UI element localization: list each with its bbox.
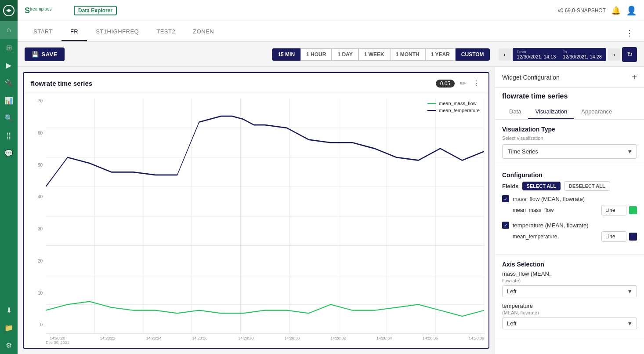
config-tab-visualization[interactable]: Visualization xyxy=(528,105,574,119)
field-temperature-checkbox-row: temperature (MEAN, flowrate) xyxy=(502,222,637,229)
tab-st1highfreq[interactable]: ST1HIGHFREQ xyxy=(87,23,148,41)
date-from-value: 12/30/2021, 14:13 xyxy=(517,54,556,59)
field-mass-flow-type-select[interactable]: Line Bar Scatter xyxy=(601,205,626,215)
sidebar-item-folder[interactable]: 📁 xyxy=(0,319,18,336)
field-temperature-color-dot[interactable] xyxy=(629,233,637,241)
panel-add-button[interactable]: + xyxy=(632,72,637,82)
x-label-1: 14:28:22 xyxy=(100,336,115,345)
axis-temperature-select[interactable]: Left Right xyxy=(502,318,637,329)
axis-mass-flow-select[interactable]: Left Right xyxy=(502,285,637,297)
date-prev-button[interactable]: ‹ xyxy=(499,48,511,61)
time-btn-15min[interactable]: 15 MIN xyxy=(272,48,300,61)
svg-text:S: S xyxy=(25,6,30,15)
user-icon[interactable]: 👤 xyxy=(626,5,637,16)
version-text: v0.69.0-SNAPSHOT xyxy=(558,7,606,14)
tab-zonen[interactable]: ZONEN xyxy=(184,23,223,41)
legend-line-navy xyxy=(427,110,436,111)
chart-actions: 0.05 ✏ ⋮ xyxy=(436,77,481,89)
date-to-value: 12/30/2021, 14:28 xyxy=(563,54,602,59)
x-label-5: 14:28:30 xyxy=(284,336,300,345)
axis-section-title: Axis Selection xyxy=(502,261,637,268)
save-icon: 💾 xyxy=(32,51,39,58)
field-temperature-label: temperature (MEAN, flowrate) xyxy=(513,222,589,229)
sidebar-item-chart[interactable]: 📊 xyxy=(0,91,18,109)
notification-icon[interactable]: 🔔 xyxy=(611,6,621,15)
viz-type-subtitle: Select visualization xyxy=(502,135,637,141)
field-temperature-checkbox[interactable] xyxy=(502,222,509,229)
time-btn-1hour[interactable]: 1 HOUR xyxy=(300,48,332,61)
x-label-7: 14:28:34 xyxy=(376,336,392,345)
time-range-buttons: 15 MIN 1 HOUR 1 DAY 1 WEEK 1 MONTH 1 YEA… xyxy=(272,48,489,61)
tabs-more-button[interactable]: ⋮ xyxy=(622,25,637,41)
opacity-badge: 0.05 xyxy=(436,80,455,88)
sidebar-item-grid[interactable]: ⊞ xyxy=(0,39,18,56)
field-mass-flow-checkbox[interactable] xyxy=(502,195,509,202)
sidebar-item-plugin[interactable]: 🔌 xyxy=(0,74,18,91)
tab-fr[interactable]: FR xyxy=(62,23,87,41)
time-btn-1year[interactable]: 1 YEAR xyxy=(425,48,456,61)
config-tab-data[interactable]: Data xyxy=(502,105,528,119)
chart-body: 70 60 50 40 30 20 10 0 mean_mass_flow xyxy=(24,94,488,347)
x-label-2: 14:28:24 xyxy=(146,336,161,345)
time-btn-1day[interactable]: 1 DAY xyxy=(332,48,358,61)
axis-mass-flow-sublabel: flowrate) xyxy=(502,278,521,283)
y-label-50: 50 xyxy=(26,163,43,168)
date-to-label: To xyxy=(563,50,602,54)
time-btn-1week[interactable]: 1 WEEK xyxy=(358,48,390,61)
config-tabs: Data Visualization Appearance xyxy=(495,105,644,120)
date-to-field: To 12/30/2021, 14:28 xyxy=(563,50,602,59)
viz-type-title: Visualization Type xyxy=(502,126,637,133)
chart-legend: mean_mass_flow mean_temperature xyxy=(427,101,480,113)
sidebar-item-home[interactable]: ⌂ xyxy=(0,21,18,39)
sidebar-item-apps[interactable]: ⣿ xyxy=(0,127,18,144)
field-temperature-type-select[interactable]: Line Bar Scatter xyxy=(601,231,626,242)
streampipes-logo-icon xyxy=(3,4,15,17)
x-label-4: 14:28:28 xyxy=(238,336,253,345)
axis-mass-flow-select-wrapper: Left Right ▼ xyxy=(502,285,637,297)
refresh-button[interactable]: ↻ xyxy=(622,47,637,62)
sidebar-item-settings[interactable]: ⚙ xyxy=(0,336,18,354)
axis-temperature-select-wrapper: Left Right ▼ xyxy=(502,318,637,329)
more-options-icon[interactable]: ⋮ xyxy=(471,77,481,89)
date-range-display: From 12/30/2021, 14:13 To 12/30/2021, 14… xyxy=(513,48,606,61)
sidebar-item-search[interactable]: 🔍 xyxy=(0,109,18,127)
sidebar-item-chat[interactable]: 💬 xyxy=(0,144,18,162)
edit-icon[interactable]: ✏ xyxy=(458,77,467,89)
date-next-button[interactable]: › xyxy=(608,48,620,61)
date-from-field: From 12/30/2021, 14:13 xyxy=(517,50,556,59)
content-area: flowrate time series 0.05 ✏ ⋮ 70 60 50 4… xyxy=(18,67,644,354)
y-axis-labels: 70 60 50 40 30 20 10 0 xyxy=(26,99,43,327)
y-label-20: 20 xyxy=(26,259,43,263)
time-btn-1month[interactable]: 1 MONTH xyxy=(390,48,425,61)
y-label-70: 70 xyxy=(26,99,43,103)
axis-section: Axis Selection mass_flow (MEAN, flowrate… xyxy=(495,255,644,341)
config-section: Configuration Fields SELECT ALL DESELECT… xyxy=(495,165,644,255)
y-label-60: 60 xyxy=(26,131,43,135)
save-label: SAVE xyxy=(42,51,58,58)
topbar: S treampipes Data Explorer v0.69.0-SNAPS… xyxy=(18,0,644,21)
field-mass-flow-color-dot[interactable] xyxy=(629,206,637,214)
app-logo: S treampipes xyxy=(25,4,69,17)
streampipes-logo-full-icon: S treampipes xyxy=(25,4,69,17)
legend-label-mass-flow: mean_mass_flow xyxy=(439,101,477,106)
field-mass-flow-checkbox-row: mass_flow (MEAN, flowrate) xyxy=(502,195,637,202)
deselect-all-button[interactable]: DESELECT ALL xyxy=(564,181,610,191)
select-all-button[interactable]: SELECT ALL xyxy=(522,182,561,190)
sidebar-item-play[interactable]: ▶ xyxy=(0,56,18,74)
x-label-0: 14:28:20 Dec 30, 2021 xyxy=(46,336,69,345)
viz-type-select[interactable]: Time Series Bar Chart Scatter Plot xyxy=(502,144,637,159)
topbar-right: v0.69.0-SNAPSHOT 🔔 👤 xyxy=(558,5,637,16)
sidebar-item-download[interactable]: ⬇ xyxy=(0,301,18,319)
fields-label: Fields xyxy=(502,183,519,190)
legend-item-mass-flow: mean_mass_flow xyxy=(427,101,480,106)
axis-mass-flow-row: mass_flow (MEAN, flowrate) Left Right ▼ xyxy=(502,270,637,297)
y-label-30: 30 xyxy=(26,226,43,231)
y-label-40: 40 xyxy=(26,194,43,199)
x-label-6: 14:28:32 xyxy=(330,336,346,345)
tab-test2[interactable]: TEST2 xyxy=(148,23,184,41)
time-btn-custom[interactable]: CUSTOM xyxy=(456,48,490,61)
tab-start[interactable]: START xyxy=(25,23,62,41)
widget-title: flowrate time series xyxy=(495,88,644,105)
save-button[interactable]: 💾 SAVE xyxy=(25,47,65,61)
config-tab-appearance[interactable]: Appearance xyxy=(574,105,619,119)
